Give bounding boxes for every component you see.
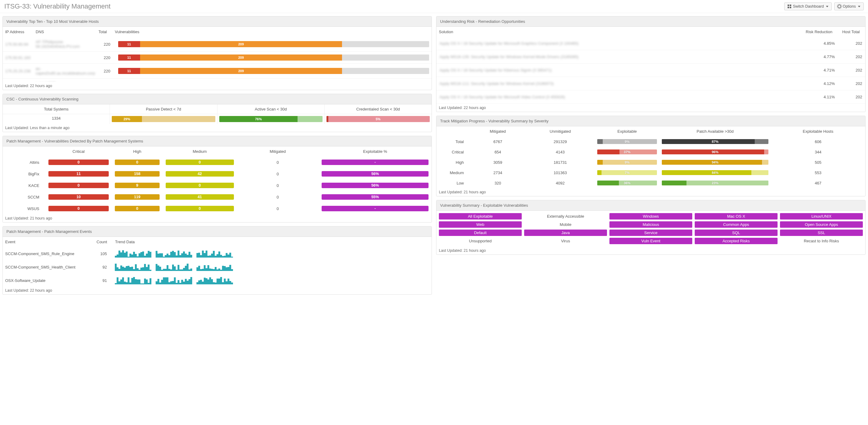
cell-severity: Critical — [436, 147, 470, 157]
cell-count: 92 — [94, 260, 113, 274]
filter-tag[interactable]: SSL — [780, 230, 863, 236]
table-row[interactable]: SCCM-Component_SMS_Health_Client92 — [3, 260, 432, 274]
severity-bar: 87% — [662, 139, 768, 144]
filter-tag[interactable]: Recast to Info Risks — [780, 238, 863, 244]
severity-bar: 9% — [597, 139, 657, 144]
col-header: Exploitable % — [318, 146, 432, 157]
table-row[interactable]: 175.60.25.192s-acumE85-43.su.larabthosol… — [3, 78, 432, 82]
col-header: Exploitable — [595, 126, 659, 136]
cell-hosts: 202 — [838, 77, 865, 90]
csc-total-value: 1334 — [3, 114, 110, 122]
cell-total: 220 — [97, 52, 116, 64]
table-row[interactable]: Apply OS X / 18 Security Update for Micr… — [436, 37, 865, 50]
filter-tag[interactable]: Accepted Risks — [695, 238, 778, 244]
cell-ip: 175.50.61.183 — [5, 56, 30, 60]
cell-unmitigated: 4143 — [526, 147, 595, 157]
table-row[interactable]: High30591817319%94%505 — [436, 157, 865, 167]
cell-mitigated: 0 — [237, 157, 319, 168]
table-row[interactable]: WSUS0000- — [3, 203, 432, 214]
sparkline — [156, 263, 192, 271]
panel-updated: Last Updated: 21 hours ago — [436, 188, 865, 196]
filter-tag[interactable]: Unsupported — [439, 238, 522, 244]
table-row[interactable]: KACE090056% — [3, 179, 432, 191]
cell-hosts: 202 — [838, 50, 865, 64]
filter-tag[interactable]: Windows — [610, 213, 692, 220]
cell-exploitable: 55% — [321, 194, 429, 200]
col-ip: IP Address — [3, 27, 33, 37]
filter-tag[interactable]: Externally Accessible — [524, 213, 607, 220]
cell-dns: AF-TPhilipsone-58.192540454cb.PV.com — [36, 40, 80, 49]
table-row[interactable]: OSX-Software_Update91 — [3, 274, 432, 287]
filter-tag[interactable]: Mobile — [524, 221, 607, 228]
cell-severity: Medium — [436, 167, 470, 178]
cell-critical: 0 — [49, 183, 109, 188]
panel-title: CSC - Continuous Vulnerability Scanning — [3, 94, 432, 104]
cell-count: 91 — [94, 274, 113, 287]
panel-updated: Last Updated: 22 hours ago — [3, 82, 432, 90]
chevron-down-icon — [858, 6, 860, 7]
table-row[interactable]: Apply OS X / 18 Security Update for Micr… — [436, 90, 865, 104]
table-row[interactable]: Apply MS16-111: Security Update for Wind… — [436, 77, 865, 90]
table-row[interactable]: Critical654414337%96%344 — [436, 147, 865, 157]
filter-tag[interactable]: Vuln Event — [610, 238, 692, 244]
sparkline — [115, 276, 151, 284]
panel-title: Patch Management - Vulnerabilities Detec… — [3, 136, 432, 146]
cell-hosts: 344 — [771, 147, 865, 157]
table-row[interactable]: 175.50.61.18322011209 — [3, 52, 432, 64]
table-row[interactable]: 175.25.25.238as-capesDu80.au.incalideals… — [3, 64, 432, 78]
filter-tag[interactable]: Web — [439, 221, 522, 228]
panel-updated: Last Updated: Less than a minute ago — [3, 124, 432, 132]
sparkline — [196, 263, 233, 271]
chevron-down-icon — [826, 6, 828, 7]
filter-tag[interactable]: SQL — [695, 230, 778, 236]
cell-event: SCCM-Component_SMS_Rule_Engine — [3, 247, 94, 260]
table-row[interactable]: Total67672913299%87%606 — [436, 136, 865, 147]
cell-hosts: 606 — [771, 136, 865, 147]
cell-medium: 41 — [166, 194, 234, 200]
table-row[interactable]: Apply MS16-135: Security Update for Wind… — [436, 50, 865, 64]
col-event: Event — [3, 237, 94, 247]
filter-tag[interactable]: Service — [610, 230, 692, 236]
grid-icon — [787, 5, 791, 8]
panel-updated: Last Updated: 22 hours ago — [436, 104, 865, 112]
severity-bar: 94% — [662, 160, 768, 165]
cell-high: 0 — [115, 206, 160, 211]
filter-tag[interactable]: Open Source Apps — [780, 221, 863, 228]
cell-hosts: 202 — [838, 37, 865, 50]
patch-events-scroll[interactable]: SCCM-Component_SMS_Rule_Engine105SCCM-Co… — [3, 247, 432, 287]
cell-exploitable: 56% — [321, 183, 429, 188]
filter-tag[interactable]: All Exploitable — [439, 213, 522, 220]
col-count: Count — [94, 237, 113, 247]
table-row[interactable]: 175.50.60.84AF-TPhilipsone-58.192540454c… — [3, 37, 432, 52]
table-row[interactable]: BigFix1115842056% — [3, 168, 432, 179]
options-button[interactable]: Options — [834, 2, 864, 10]
col-hosts: Host Total — [838, 27, 865, 37]
table-row[interactable]: SCCM1011941055% — [3, 191, 432, 203]
filter-tag[interactable]: Malicious — [610, 221, 692, 228]
filter-tag[interactable]: Java — [524, 230, 607, 236]
severity-bar: 9% — [597, 160, 657, 165]
switch-dashboard-button[interactable]: Switch Dashboard — [784, 2, 832, 10]
filter-tag[interactable]: Default — [439, 230, 522, 236]
col-header: Medium — [163, 146, 237, 157]
cell-solution: Apply MS16-135: Security Update for Wind… — [439, 55, 579, 59]
sparkline — [156, 250, 192, 258]
panel-updated: Last Updated: 22 hours ago — [3, 287, 432, 294]
filter-tag[interactable]: Common Apps — [695, 221, 778, 228]
severity-bar: 96% — [662, 150, 768, 154]
table-row[interactable]: Altiris0000- — [3, 157, 432, 168]
cell-severity: High — [436, 157, 470, 167]
cell-total: 220 — [97, 37, 116, 52]
cell-critical: 10 — [49, 194, 109, 200]
table-row[interactable]: Apply OS X / 18 Security Update for Kibe… — [436, 64, 865, 77]
cell-unmitigated: 291329 — [526, 136, 595, 147]
cell-medium: 0 — [166, 160, 234, 165]
filter-tag[interactable]: Mac OS X — [695, 213, 778, 220]
table-row[interactable]: Low320409236%23%467 — [436, 178, 865, 188]
table-row[interactable]: SCCM-Component_SMS_Rule_Engine105 — [3, 247, 432, 260]
top10-scroll[interactable]: 175.50.60.84AF-TPhilipsone-58.192540454c… — [3, 37, 432, 82]
filter-tag[interactable]: Linux/UNIX — [780, 213, 863, 220]
table-row[interactable]: Medium27341013637%84%553 — [436, 167, 865, 178]
filter-tag[interactable]: Virus — [524, 238, 607, 244]
page-title: ITSG-33: Vulnerability Management — [4, 2, 111, 10]
